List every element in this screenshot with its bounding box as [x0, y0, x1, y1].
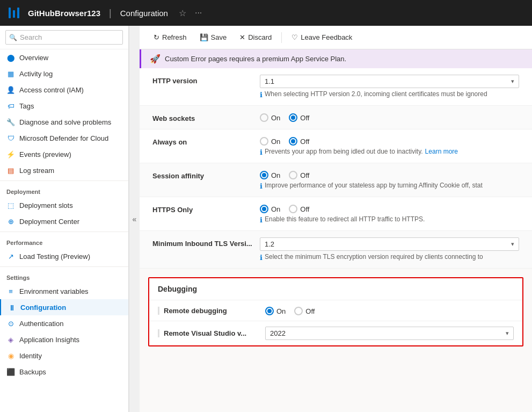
min-tls-dropdown[interactable]: 1.2 ▾ [260, 237, 519, 251]
setting-row-min-tls: Minimum Inbound TLS Versi... 1.2 ▾ ℹ Sel… [140, 231, 532, 269]
radio-session-affinity-on[interactable]: On [260, 171, 280, 179]
info-icon: ℹ [260, 216, 263, 224]
search-icon: 🔍 [9, 34, 17, 41]
setting-hint-session-affinity: ℹ Improve performance of your stateless … [260, 182, 519, 190]
sidebar-divider-2 [0, 232, 128, 232]
favorite-star-icon[interactable]: ☆ [179, 8, 186, 18]
sidebar: 🔍 ⬤ Overview ▦ Activity log 👤 Access con… [0, 26, 129, 412]
radio-circle-selected [260, 171, 268, 179]
defender-icon: 🛡 [6, 134, 15, 142]
hint-text: Enable this feature to redirect all HTTP… [265, 215, 425, 223]
remote-vs-version-value: 2022 [270, 329, 286, 337]
more-options-icon[interactable]: ··· [195, 8, 202, 18]
info-icon: ℹ [260, 148, 263, 156]
sidebar-item-activity-log[interactable]: ▦ Activity log [0, 66, 128, 82]
setting-control-http-version: 1.1 ▾ ℹ When selecting HTTP version 2.0,… [260, 75, 519, 99]
save-label: Save [211, 33, 227, 41]
sidebar-item-overview[interactable]: ⬤ Overview [0, 49, 128, 66]
sidebar-item-label: Configuration [20, 303, 66, 312]
chevron-down-icon: ▾ [506, 330, 509, 337]
sidebar-item-label: Log stream [19, 167, 54, 175]
sidebar-item-logstream[interactable]: ▤ Log stream [0, 162, 128, 178]
sidebar-section-deployment: Deployment [0, 183, 128, 197]
search-wrapper: 🔍 [5, 30, 123, 45]
sidebar-item-label: Identity [19, 352, 42, 360]
hint-text: When selecting HTTP version 2.0, incomin… [265, 90, 487, 98]
sidebar-item-label: Tags [19, 102, 34, 110]
sidebar-item-events[interactable]: ⚡ Events (preview) [0, 146, 128, 162]
radio-web-sockets-off[interactable]: Off [289, 113, 309, 122]
radio-https-only-on[interactable]: On [260, 205, 280, 213]
save-button[interactable]: 💾 Save [194, 31, 232, 44]
sidebar-divider-1 [0, 180, 128, 181]
radio-remote-debugging-off[interactable]: Off [294, 307, 315, 315]
radio-label: On [271, 205, 280, 213]
radio-always-on-on[interactable]: On [260, 137, 280, 146]
sidebar-item-deployment-center[interactable]: ⊕ Deployment Center [0, 213, 128, 229]
radio-circle [260, 113, 268, 122]
radio-always-on-off[interactable]: Off [289, 137, 309, 146]
sidebar-item-env-vars[interactable]: ≡ Environment variables [0, 283, 128, 299]
setting-control-min-tls: 1.2 ▾ ℹ Select the minimum TLS encryptio… [260, 237, 519, 262]
sidebar-item-app-insights[interactable]: ◈ Application Insights [0, 331, 128, 348]
radio-session-affinity-off[interactable]: Off [289, 171, 309, 179]
radio-label: On [271, 171, 280, 179]
setting-row-always-on: Always on On Off ℹ Preve [140, 129, 532, 163]
setting-control-https-only: On Off ℹ Enable this feature to redirect… [260, 204, 519, 224]
sidebar-item-tags[interactable]: 🏷 Tags [0, 98, 128, 114]
debug-label-remote-vs-version: Remote Visual Studio v... [158, 329, 265, 337]
radio-https-only-off[interactable]: Off [289, 205, 309, 213]
discard-button[interactable]: ✕ Discard [234, 31, 277, 44]
backups-icon: ⬛ [6, 367, 15, 376]
remote-vs-version-dropdown[interactable]: 2022 ▾ [265, 327, 514, 340]
sidebar-item-configuration[interactable]: ||| Configuration [0, 299, 128, 315]
debug-row-remote-vs-version: Remote Visual Studio v... 2022 ▾ [149, 321, 522, 345]
sidebar-item-load-testing[interactable]: ↗ Load Testing (Preview) [0, 248, 128, 264]
sidebar-item-label: Activity log [19, 70, 53, 78]
radio-circle-selected [265, 307, 274, 315]
setting-label-http-version: HTTP version [152, 75, 260, 85]
sidebar-item-diagnose[interactable]: 🔧 Diagnose and solve problems [0, 114, 128, 130]
tags-icon: 🏷 [6, 102, 15, 110]
radio-web-sockets-on[interactable]: On [260, 113, 280, 122]
sidebar-item-label: Microsoft Defender for Cloud [19, 134, 108, 142]
radio-label: On [276, 307, 286, 315]
collapse-sidebar-button[interactable]: « [129, 26, 140, 412]
learn-more-link[interactable]: Learn more [425, 148, 458, 155]
radio-group-always-on: On Off [260, 136, 519, 146]
hint-text: Improve performance of your stateless ap… [265, 182, 483, 189]
sidebar-item-deployment-slots[interactable]: ⬚ Deployment slots [0, 197, 128, 213]
feedback-icon: ♡ [291, 33, 298, 41]
hint-text: Select the minimum TLS encryption versio… [265, 253, 483, 261]
setting-row-session-affinity: Session affinity On Off ℹ [140, 163, 532, 197]
sidebar-item-access-control[interactable]: 👤 Access control (IAM) [0, 82, 128, 98]
sidebar-section-performance: Performance [0, 234, 128, 248]
notification-icon: 🚀 [150, 54, 161, 64]
radio-label: Off [300, 114, 309, 122]
radio-label: Off [300, 138, 309, 146]
sidebar-item-authentication[interactable]: ⊙ Authentication [0, 315, 128, 331]
refresh-button[interactable]: ↻ Refresh [148, 31, 192, 44]
logo-bar-3 [17, 8, 19, 18]
debugging-title: Debugging [149, 278, 522, 300]
setting-label-always-on: Always on [152, 136, 260, 146]
search-input[interactable] [5, 30, 123, 45]
feedback-button[interactable]: ♡ Leave Feedback [286, 31, 358, 44]
sidebar-divider-3 [0, 266, 128, 267]
chevron-down-icon: ▾ [511, 241, 514, 248]
sidebar-item-label: Application Insights [19, 336, 79, 344]
refresh-label: Refresh [162, 33, 187, 41]
setting-hint-always-on: ℹ Prevents your app from being idled out… [260, 148, 519, 156]
radio-remote-debugging-on[interactable]: On [265, 307, 286, 315]
setting-hint-min-tls: ℹ Select the minimum TLS encryption vers… [260, 253, 519, 262]
logo-bar-2 [13, 10, 15, 18]
app-logo [9, 8, 19, 18]
sidebar-item-backups[interactable]: ⬛ Backups [0, 364, 128, 380]
http-version-dropdown[interactable]: 1.1 ▾ [260, 75, 519, 88]
sidebar-item-identity[interactable]: ◉ Identity [0, 348, 128, 364]
radio-label: Off [305, 307, 315, 315]
access-control-icon: 👤 [6, 85, 15, 94]
sidebar-item-defender[interactable]: 🛡 Microsoft Defender for Cloud [0, 130, 128, 146]
hint-text: Prevents your app from being idled out d… [265, 148, 423, 155]
sidebar-item-label: Backups [19, 368, 46, 376]
